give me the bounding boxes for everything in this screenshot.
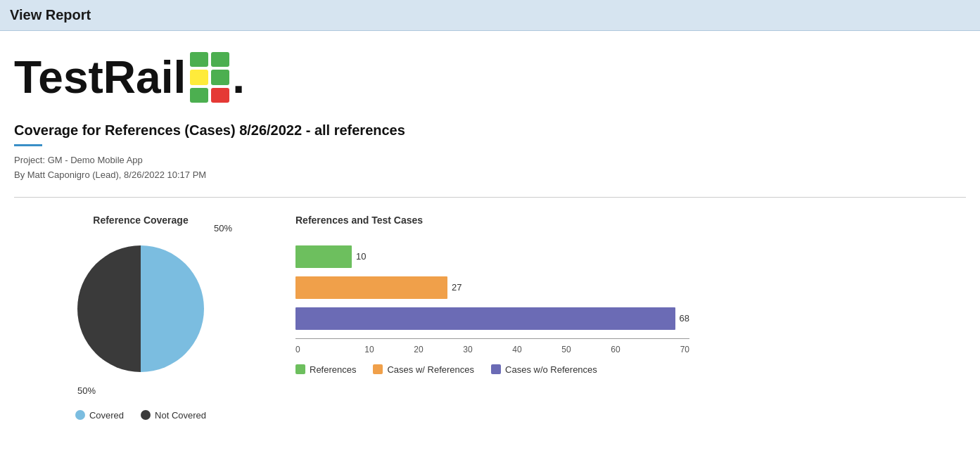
covered-label: Covered [89,410,124,421]
logo-grid [190,52,229,103]
page-header: View Report [0,0,980,31]
pie-legend-covered: Covered [75,410,124,421]
logo-dot: . [232,55,245,100]
bar-row-1: 27 [295,276,689,299]
pie-chart-title: Reference Coverage [93,215,188,226]
pie-chart-section: Reference Coverage 50% 50% Covered [28,215,253,421]
x-tick-7: 70 [640,345,689,354]
bar-legend-color-1 [373,364,383,374]
logo-cell-0 [190,52,208,67]
logo-cell-3 [211,70,229,84]
report-author: By Matt Caponigro (Lead), 8/26/2022 10:1… [14,168,966,183]
bar-value-2: 68 [680,313,689,324]
bar-fill-2 [295,307,675,330]
pie-legend-not-covered: Not Covered [141,410,206,421]
bar-row-2: 68 [295,307,689,330]
bar-legend-color-2 [491,364,501,374]
x-tick-0: 0 [295,345,345,354]
bar-legend-item-0: References [295,364,356,375]
covered-dot [75,410,85,420]
bar-chart-area: 102768010203040506070 [295,238,952,354]
bar-legend-color-0 [295,364,305,374]
logo-text: TestRail [14,55,186,100]
x-axis: 010203040506070 [295,338,689,354]
logo: TestRail . [14,52,966,103]
logo-cell-5 [211,88,229,103]
bar-value-1: 27 [452,282,462,293]
x-tick-5: 50 [542,345,591,354]
report-title-section: Coverage for References (Cases) 8/26/202… [14,122,966,183]
bar-value-0: 10 [356,251,366,262]
main-content: TestRail . Coverage for References (Case… [0,31,980,435]
x-tick-3: 30 [443,345,492,354]
bar-legend-label-2: Cases w/o References [505,364,597,375]
bar-legend-item-1: Cases w/ References [373,364,474,375]
x-tick-1: 10 [345,345,394,354]
charts-container: Reference Coverage 50% 50% Covered [14,215,966,421]
bar-row-0: 10 [295,245,689,268]
bar-legend: ReferencesCases w/ ReferencesCases w/o R… [295,364,952,375]
bar-legend-label-0: References [310,364,356,375]
x-tick-4: 40 [492,345,542,354]
bar-chart-section: References and Test Cases 10276801020304… [295,215,952,375]
section-divider [14,197,966,198]
report-title: Coverage for References (Cases) 8/26/202… [14,122,966,139]
logo-cell-2 [190,70,208,84]
bar-chart-title: References and Test Cases [295,215,952,226]
bar-fill-1 [295,276,447,299]
pie-not-covered-label: 50% [77,385,96,396]
not-covered-dot [141,410,151,420]
logo-cell-4 [190,88,208,103]
pie-chart-wrapper: 50% 50% [70,238,211,379]
report-divider [14,144,42,146]
x-tick-2: 20 [394,345,443,354]
not-covered-label: Not Covered [155,410,206,421]
logo-cell-1 [211,52,229,67]
pie-covered-label: 50% [214,223,232,234]
x-tick-6: 60 [591,345,640,354]
pie-chart-svg [70,238,211,379]
page-title: View Report [10,7,91,23]
report-project: Project: GM - Demo Mobile App [14,153,966,168]
pie-legend: Covered Not Covered [75,410,206,421]
bar-legend-item-2: Cases w/o References [491,364,597,375]
bar-legend-label-1: Cases w/ References [387,364,474,375]
bar-fill-0 [295,245,352,268]
logo-area: TestRail . [14,52,966,103]
